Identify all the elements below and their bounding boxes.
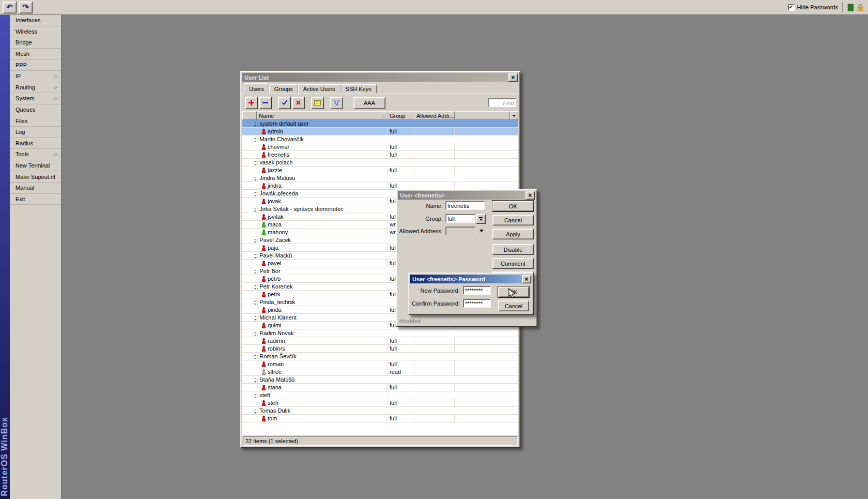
- header-cell-group[interactable]: Group: [388, 111, 414, 120]
- funnel-icon: [333, 99, 340, 106]
- sidebar-item-manual[interactable]: Manual: [10, 183, 61, 194]
- group-dropdown-button[interactable]: [476, 214, 486, 224]
- sidebar-item-label: New Terminal: [16, 162, 50, 169]
- comment-row[interactable]: ;;; Radim Novak: [242, 329, 518, 337]
- user-dialog-comment-button[interactable]: Comment: [492, 258, 534, 269]
- tab-groups[interactable]: Groups: [269, 84, 298, 94]
- hide-passwords-checkbox[interactable]: ✓: [788, 4, 795, 11]
- user-icon-red: [261, 307, 266, 313]
- allowed-address-dropdown-icon[interactable]: [479, 230, 484, 232]
- filter-button[interactable]: [330, 97, 343, 109]
- sidebar-item-queues[interactable]: Queues: [10, 104, 61, 116]
- user-row[interactable]: radimnfull: [242, 337, 518, 345]
- header-dropdown-button[interactable]: [510, 111, 518, 120]
- sidebar-item-ip[interactable]: IP▷: [10, 71, 61, 82]
- sidebar-item-radius[interactable]: Radius: [10, 138, 61, 149]
- user-dialog-apply-button[interactable]: Apply: [492, 229, 534, 239]
- password-dialog-body: New Password: Confirm Password: OK Cance…: [410, 283, 532, 313]
- sidebar-item-tools[interactable]: Tools▷: [10, 149, 61, 160]
- user-row[interactable]: romanfull: [242, 360, 518, 368]
- user-dialog-close-button[interactable]: ×: [525, 191, 535, 200]
- user-allowed-address-cell: [414, 167, 455, 174]
- user-allowed-address-cell: [414, 415, 455, 422]
- comment-row[interactable]: ;;; vasek polach: [242, 159, 518, 167]
- user-row[interactable]: jazziefull: [242, 167, 518, 174]
- tab-active-users[interactable]: Active Users: [298, 84, 340, 94]
- comment-text: ;;; vasek polach: [242, 159, 518, 166]
- user-row[interactable]: stefifull: [242, 399, 518, 407]
- comment-row[interactable]: ;;; Tomas Dulik: [242, 407, 518, 415]
- user-name-cell: mahony: [242, 229, 388, 236]
- user-row[interactable]: adminfull: [242, 128, 518, 135]
- sidebar-item-mesh[interactable]: Mesh: [10, 49, 61, 60]
- find-input[interactable]: [488, 98, 516, 107]
- header-cell-blank[interactable]: [242, 111, 257, 120]
- user-row[interactable]: chovmarfull: [242, 143, 518, 151]
- user-row[interactable]: freenetisfull: [242, 151, 518, 159]
- user-dialog-disable-button[interactable]: Disable: [492, 244, 534, 255]
- allowed-address-input[interactable]: [445, 226, 475, 235]
- comment-row[interactable]: ;;; stefi: [242, 391, 518, 399]
- comment-row[interactable]: ;;; Staňa Matúšů: [242, 376, 518, 384]
- sidebar-item-bridge[interactable]: Bridge: [10, 37, 61, 49]
- redo-button[interactable]: ↷: [19, 2, 33, 13]
- sidebar-item-interfaces[interactable]: Interfaces: [10, 15, 61, 26]
- new-password-input[interactable]: [463, 286, 491, 295]
- header-cell-allowed-address[interactable]: Allowed Addr...: [414, 111, 455, 120]
- aaa-button[interactable]: AAA: [353, 97, 385, 109]
- comment-row[interactable]: ;;; Roman Ševčík: [242, 353, 518, 360]
- sidebar-item-ppp[interactable]: PPP: [10, 59, 61, 71]
- enable-button[interactable]: [278, 97, 291, 109]
- name-input[interactable]: [445, 201, 485, 210]
- sidebar-item-new-terminal[interactable]: New Terminal: [10, 160, 61, 172]
- user-row[interactable]: robinrsfull: [242, 345, 518, 353]
- user-name-cell: radimn: [242, 337, 388, 344]
- close-button[interactable]: ×: [508, 73, 518, 82]
- password-ok-button[interactable]: OK: [498, 286, 529, 297]
- sidebar-item-exit[interactable]: Exit: [10, 194, 61, 205]
- user-icon-gray: [261, 369, 266, 375]
- comment-row[interactable]: ;;; system default user: [242, 120, 518, 128]
- disable-button[interactable]: [292, 97, 305, 109]
- sidebar-item-files[interactable]: Files: [10, 115, 61, 127]
- note-icon: [314, 100, 321, 106]
- user-name-cell: jindra: [242, 182, 388, 189]
- user-row[interactable]: tomfull: [242, 415, 518, 422]
- user-row[interactable]: slfreeread: [242, 368, 518, 376]
- password-dialog-close-button[interactable]: ×: [522, 275, 531, 283]
- status-text: 22 items (1 selected): [245, 438, 298, 444]
- combo-dropdown-icon: [479, 217, 483, 221]
- undo-button[interactable]: ↶: [3, 2, 17, 13]
- password-dialog: User <freenetis> Password × New Password…: [408, 273, 534, 315]
- sidebar-item-wireless[interactable]: Wireless: [10, 26, 61, 38]
- sidebar-item-routing[interactable]: Routing▷: [10, 82, 61, 94]
- user-dialog-status-text: disabled: [399, 318, 421, 324]
- comment-button[interactable]: [311, 97, 324, 109]
- user-row[interactable]: stanafull: [242, 384, 518, 391]
- add-button[interactable]: [245, 97, 258, 109]
- remove-button[interactable]: [259, 97, 272, 109]
- tab-users[interactable]: Users: [244, 83, 269, 94]
- user-allowed-address-cell: [414, 384, 455, 391]
- user-dialog-cancel-button[interactable]: Cancel: [492, 215, 534, 225]
- user-icon-red: [261, 323, 266, 328]
- row-filler-cell: [455, 384, 518, 391]
- header-cell-name[interactable]: Name △: [257, 111, 388, 120]
- tab-ssh-keys[interactable]: SSH Keys: [340, 84, 377, 94]
- sidebar-item-make-supout-rif[interactable]: Make Supout.rif: [10, 171, 61, 183]
- comment-row[interactable]: ;;; Jindra Matusu: [242, 174, 518, 182]
- sidebar-item-system[interactable]: System▷: [10, 93, 61, 104]
- sidebar-item-log[interactable]: Log: [10, 127, 61, 138]
- tab-strip: Users Groups Active Users SSH Keys: [242, 82, 518, 94]
- group-input[interactable]: [445, 214, 475, 223]
- row-filler-cell: [455, 345, 518, 352]
- user-name-cell: jazzie: [242, 167, 388, 174]
- user-icon-green: [261, 222, 266, 228]
- user-dialog-ok-button[interactable]: OK: [492, 201, 534, 211]
- user-name: chovmar: [268, 144, 289, 150]
- minus-icon: [262, 102, 268, 103]
- user-icon-red: [261, 261, 266, 266]
- comment-row[interactable]: ;;; Martin Chovančík: [242, 135, 518, 143]
- confirm-password-input[interactable]: [463, 299, 491, 308]
- password-cancel-button[interactable]: Cancel: [498, 300, 529, 311]
